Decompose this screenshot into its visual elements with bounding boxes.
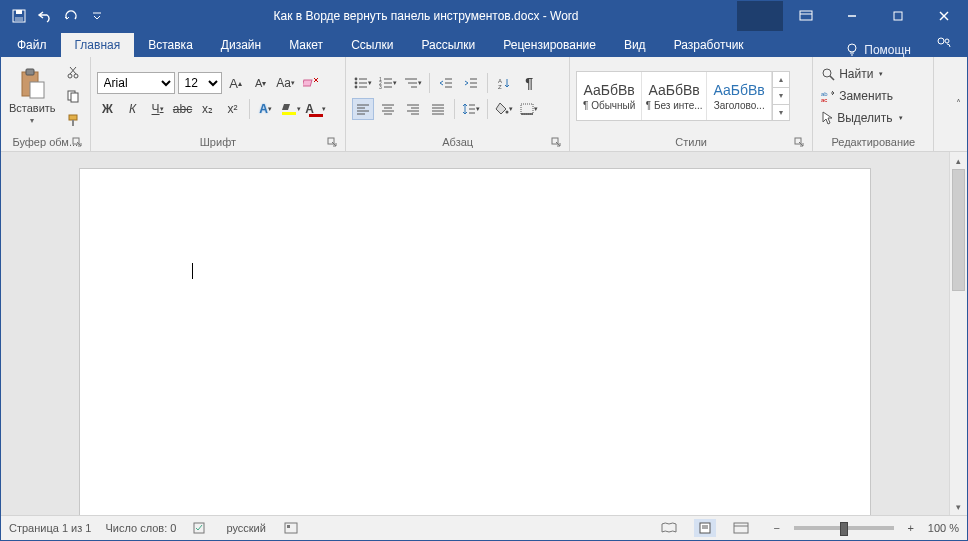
window-controls <box>737 1 967 31</box>
style-nospacing[interactable]: АаБбВв¶ Без инте... <box>642 72 707 120</box>
styles-up-icon[interactable]: ▴ <box>773 72 789 88</box>
dialog-launcher-icon[interactable] <box>551 137 563 149</box>
zoom-slider[interactable] <box>794 526 894 530</box>
borders-icon[interactable]: ▾ <box>518 98 540 120</box>
share-icon[interactable] <box>921 31 967 57</box>
status-language[interactable]: русский <box>226 522 265 534</box>
close-icon[interactable] <box>921 1 967 31</box>
undo-icon[interactable] <box>33 4 57 28</box>
read-mode-icon[interactable] <box>658 519 680 537</box>
web-layout-icon[interactable] <box>730 519 752 537</box>
collapse-ribbon[interactable]: ˄ <box>934 57 967 151</box>
tab-layout[interactable]: Макет <box>275 33 337 57</box>
print-layout-icon[interactable] <box>694 519 716 537</box>
svg-text:ac: ac <box>821 97 827 102</box>
italic-button[interactable]: К <box>122 98 144 120</box>
shrink-font-icon[interactable]: A▾ <box>250 72 272 94</box>
strike-button[interactable]: abc <box>172 98 194 120</box>
svg-point-37 <box>355 86 358 89</box>
show-marks-icon[interactable]: ¶ <box>518 72 540 94</box>
align-center-icon[interactable] <box>377 98 399 120</box>
styles-scroll: ▴ ▾ ▾ <box>772 72 789 120</box>
tell-me-label: Помощн <box>864 43 911 57</box>
tab-design[interactable]: Дизайн <box>207 33 275 57</box>
underline-button[interactable]: Ч▾ <box>147 98 169 120</box>
dialog-launcher-icon[interactable] <box>794 137 806 149</box>
redo-icon[interactable] <box>59 4 83 28</box>
save-icon[interactable] <box>7 4 31 28</box>
font-color-icon[interactable]: A▾ <box>305 98 327 120</box>
dialog-launcher-icon[interactable] <box>327 137 339 149</box>
tab-insert[interactable]: Вставка <box>134 33 207 57</box>
select-button[interactable]: Выделить▾ <box>819 108 904 128</box>
tab-view[interactable]: Вид <box>610 33 660 57</box>
page[interactable] <box>79 168 871 515</box>
zoom-in-icon[interactable]: + <box>900 519 922 537</box>
tab-references[interactable]: Ссылки <box>337 33 407 57</box>
dialog-launcher-icon[interactable] <box>72 137 84 149</box>
tab-developer[interactable]: Разработчик <box>660 33 758 57</box>
justify-icon[interactable] <box>427 98 449 120</box>
subscript-button[interactable]: x₂ <box>197 98 219 120</box>
minimize-icon[interactable] <box>829 1 875 31</box>
spellcheck-icon[interactable] <box>190 519 212 537</box>
ribbon-display-icon[interactable] <box>783 1 829 31</box>
account-area[interactable] <box>737 1 783 31</box>
ribbon: Вставить ▾ Буфер обм... Arial 12 A▴ A▾ <box>1 57 967 152</box>
svg-rect-23 <box>71 93 78 102</box>
font-name-select[interactable]: Arial <box>97 72 175 94</box>
paste-label: Вставить <box>9 102 56 114</box>
replace-button[interactable]: abacЗаменить <box>819 86 904 106</box>
tab-review[interactable]: Рецензирование <box>489 33 610 57</box>
title-doc: Как в Ворде вернуть панель инструментов.… <box>274 9 540 23</box>
style-heading1[interactable]: АаБбВвЗаголово... <box>707 72 772 120</box>
text-effects-icon[interactable]: A▾ <box>255 98 277 120</box>
line-spacing-icon[interactable]: ▾ <box>460 98 482 120</box>
scroll-down-icon[interactable]: ▾ <box>950 498 967 515</box>
numbering-icon[interactable]: 123▾ <box>377 72 399 94</box>
svg-rect-31 <box>309 114 323 117</box>
highlight-icon[interactable]: ▾ <box>280 98 302 120</box>
zoom-out-icon[interactable]: − <box>766 519 788 537</box>
macro-icon[interactable] <box>280 519 302 537</box>
font-size-select[interactable]: 12 <box>178 72 222 94</box>
change-case-icon[interactable]: Aa▾ <box>275 72 297 94</box>
scroll-thumb[interactable] <box>952 169 965 291</box>
superscript-button[interactable]: x² <box>222 98 244 120</box>
multilevel-icon[interactable]: ▾ <box>402 72 424 94</box>
cut-icon[interactable] <box>62 61 84 83</box>
scroll-up-icon[interactable]: ▴ <box>950 152 967 169</box>
svg-point-33 <box>355 78 358 81</box>
tab-home[interactable]: Главная <box>61 33 135 57</box>
grow-font-icon[interactable]: A▴ <box>225 72 247 94</box>
increase-indent-icon[interactable] <box>460 72 482 94</box>
zoom-control: − + 100 % <box>766 519 959 537</box>
tab-file[interactable]: Файл <box>3 33 61 57</box>
paste-button[interactable]: Вставить ▾ <box>7 61 58 131</box>
maximize-icon[interactable] <box>875 1 921 31</box>
vertical-scrollbar[interactable]: ▴ ▾ <box>949 152 967 515</box>
tab-mailings[interactable]: Рассылки <box>407 33 489 57</box>
shading-icon[interactable]: ▾ <box>493 98 515 120</box>
bullets-icon[interactable]: ▾ <box>352 72 374 94</box>
align-right-icon[interactable] <box>402 98 424 120</box>
decrease-indent-icon[interactable] <box>435 72 457 94</box>
styles-more-icon[interactable]: ▾ <box>773 105 789 120</box>
sort-icon[interactable]: AZ <box>493 72 515 94</box>
copy-icon[interactable] <box>62 85 84 107</box>
clear-format-icon[interactable] <box>300 72 322 94</box>
page-scroll[interactable] <box>1 152 949 515</box>
bold-button[interactable]: Ж <box>97 98 119 120</box>
status-page[interactable]: Страница 1 из 1 <box>9 522 91 534</box>
status-words[interactable]: Число слов: 0 <box>105 522 176 534</box>
qat-customize-icon[interactable] <box>85 4 109 28</box>
align-left-icon[interactable] <box>352 98 374 120</box>
group-font-label: Шрифт <box>200 136 236 148</box>
zoom-level[interactable]: 100 % <box>928 522 959 534</box>
find-button[interactable]: Найти▾ <box>819 64 904 84</box>
styles-down-icon[interactable]: ▾ <box>773 88 789 104</box>
format-painter-icon[interactable] <box>62 109 84 131</box>
tell-me[interactable]: Помощн <box>836 43 921 57</box>
style-normal[interactable]: АаБбВв¶ Обычный <box>577 72 642 120</box>
group-clipboard-label: Буфер обм... <box>12 136 78 148</box>
